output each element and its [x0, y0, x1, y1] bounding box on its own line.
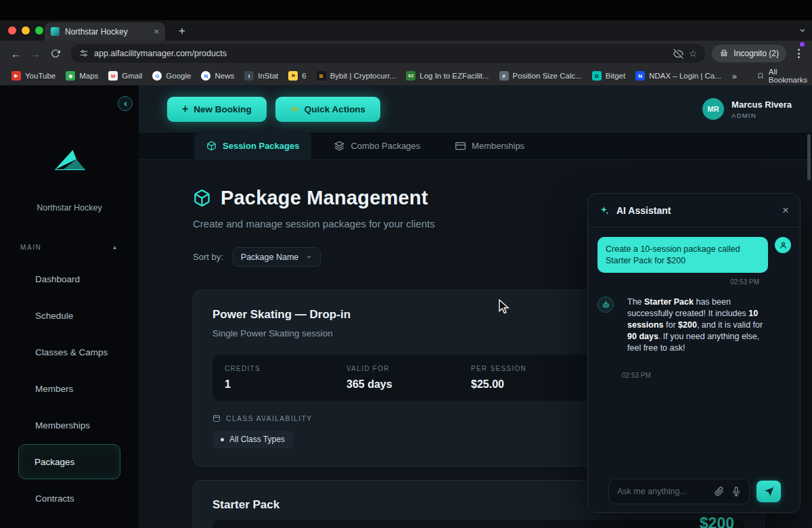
tab-combo-packages[interactable]: Combo Packages [322, 132, 432, 159]
flag-favicon: ⚑ [288, 71, 298, 81]
bookmark-maps[interactable]: ◆Maps [61, 68, 103, 83]
site-settings-tune-icon[interactable] [79, 49, 89, 58]
send-plane-icon [764, 487, 774, 497]
section-collapse-caret-icon[interactable]: ▲ [112, 244, 118, 250]
bookmark-label: Position Size Calc... [513, 72, 582, 80]
eye-off-icon[interactable] [673, 49, 683, 59]
send-button[interactable] [757, 481, 781, 502]
availability-label: CLASS AVAILABILITY [226, 414, 312, 422]
browser-toolbar: ← → app.aifacilitymanager.com/products ☆… [0, 41, 812, 66]
sparkles-icon [599, 205, 610, 216]
instat-favicon: i [244, 71, 254, 81]
sidebar-item-contracts[interactable]: Contracts [0, 480, 139, 516]
incognito-icon [719, 49, 729, 58]
ai-input[interactable] [617, 487, 707, 496]
nav-label: Contracts [35, 493, 74, 504]
tab-label: Memberships [472, 141, 524, 151]
ezfacility-favicon: EZ [406, 71, 415, 81]
ai-panel-title: AI Assistant [616, 205, 671, 216]
new-booking-button[interactable]: + New Booking [167, 97, 267, 122]
package-cube-icon [193, 189, 211, 207]
microphone-icon[interactable] [731, 487, 741, 496]
address-bar[interactable]: app.aifacilitymanager.com/products ☆ [71, 44, 705, 63]
nav-label: Memberships [35, 420, 90, 431]
section-label: MAIN [20, 244, 41, 251]
news-favicon: N [201, 71, 210, 81]
bookmark-bybit[interactable]: BBybit | Cryptocurr... [312, 68, 401, 83]
brand-name: Northstar Hockey [0, 203, 139, 213]
bookmark-6[interactable]: ⚑6 [284, 68, 311, 83]
window-titlebar [0, 0, 812, 20]
bookmark-label: Log In to EZFacilit... [420, 72, 489, 80]
sidebar-section-header[interactable]: MAIN ▲ [0, 244, 139, 251]
ai-input-row [597, 470, 791, 512]
bookmark-youtube[interactable]: ▶YouTube [7, 68, 60, 83]
reload-button[interactable] [46, 45, 64, 63]
incognito-label: Incognito (2) [734, 49, 779, 58]
user-message-bubble: Create a 10-session package called Start… [597, 237, 768, 273]
stat-label: CREDITS [225, 365, 346, 372]
bookmark-label: Bybit | Cryptocurr... [330, 72, 397, 80]
bookmarks-overflow-chevron[interactable]: » [727, 71, 742, 81]
bookmark-ndax[interactable]: NNDAX – Login | Ca... [631, 68, 726, 83]
sidebar-nav: Dashboard Schedule Classes & Camps Membe… [0, 261, 139, 516]
bookmark-bitget[interactable]: BBitget [587, 68, 630, 83]
calendar-icon [212, 414, 221, 422]
bookmark-ezfacility[interactable]: EZLog In to EZFacilit... [401, 68, 493, 83]
bookmark-label: InStat [258, 72, 278, 80]
url-text: app.aifacilitymanager.com/products [94, 49, 668, 58]
scrollbar-thumb[interactable] [807, 134, 811, 180]
bookmark-google[interactable]: GGoogle [148, 68, 196, 83]
bookmark-news[interactable]: NNews [196, 68, 239, 83]
site-favicon [51, 27, 60, 36]
browser-menu-button[interactable] [792, 49, 805, 58]
close-window-button[interactable] [8, 26, 16, 35]
bookmark-label: 6 [302, 72, 306, 80]
chevron-down-icon [305, 253, 313, 261]
minimize-window-button[interactable] [22, 26, 30, 35]
bookmark-label: News [215, 72, 234, 80]
close-tab-icon[interactable]: × [154, 27, 159, 36]
back-button[interactable]: ← [7, 45, 25, 63]
sidebar-item-packages[interactable]: Packages [18, 444, 120, 479]
zoom-window-button[interactable] [35, 26, 43, 35]
assistant-message-row: The Starter Pack has been successfully c… [597, 296, 791, 354]
browser-tab[interactable]: Northstar Hockey × [45, 22, 165, 41]
quick-actions-button[interactable]: Quick Actions [275, 97, 380, 122]
sidebar-collapse-button[interactable] [118, 96, 133, 111]
bookmark-star-icon[interactable]: ☆ [689, 48, 698, 59]
bookmark-label: Bitget [606, 72, 625, 80]
sidebar-item-classes-camps[interactable]: Classes & Camps [0, 334, 139, 370]
user-avatar[interactable]: MR [702, 98, 724, 120]
all-bookmarks-button[interactable]: All Bookmarks [752, 68, 812, 84]
maps-favicon: ◆ [66, 71, 75, 81]
screen: Northstar Hockey × + ← → app.aifacilitym… [0, 0, 812, 528]
sort-value: Package Name [241, 252, 298, 262]
nav-label: Packages [35, 457, 74, 467]
user-name: Marcus Rivera [731, 100, 792, 110]
bookmarks-bar: ▶YouTube ◆Maps MGmail GGoogle NNews iInS… [0, 66, 812, 85]
new-tab-button[interactable]: + [173, 23, 191, 39]
bookmark-instat[interactable]: iInStat [240, 68, 283, 83]
tab-search-chevron-icon[interactable] [798, 25, 807, 37]
sort-select[interactable]: Package Name [233, 247, 321, 267]
assistant-message-text: The Starter Pack has been successfully c… [627, 296, 773, 354]
sidebar-item-members[interactable]: Members [0, 370, 139, 407]
gmail-favicon: M [108, 71, 118, 81]
sidebar-item-schedule[interactable]: Schedule [0, 297, 139, 334]
bookmark-position-size[interactable]: #Position Size Calc... [495, 68, 587, 83]
sidebar-item-memberships[interactable]: Memberships [0, 407, 139, 443]
bookmark-gmail[interactable]: MGmail [104, 68, 147, 83]
tab-label: Session Packages [223, 141, 299, 151]
quick-actions-label: Quick Actions [304, 104, 365, 114]
ndax-favicon: N [635, 71, 645, 81]
bookmark-label: Google [166, 72, 191, 80]
paperclip-icon[interactable] [715, 487, 724, 496]
sidebar-item-dashboard[interactable]: Dashboard [0, 261, 139, 297]
tab-memberships[interactable]: Memberships [443, 132, 537, 159]
package-cube-icon [206, 141, 217, 151]
user-menu[interactable]: MR Marcus Rivera ADMIN [702, 98, 792, 120]
close-icon[interactable]: × [782, 204, 789, 216]
tab-session-packages[interactable]: Session Packages [194, 132, 311, 159]
browser-tab-strip: Northstar Hockey × + [0, 20, 812, 41]
